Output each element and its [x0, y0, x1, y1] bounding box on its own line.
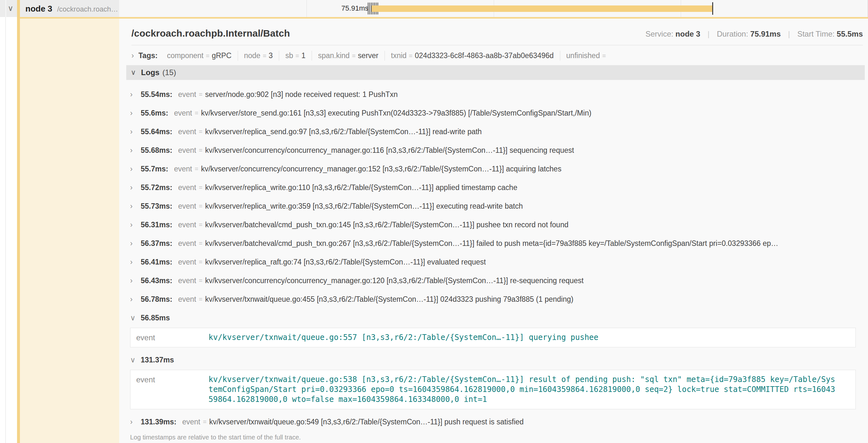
log-detail-box: event kv/kvserver/txnwait/queue.go:557 [… — [130, 328, 856, 347]
tag-item: txnid=024d3323-6c8f-4863-aa8b-37ab0e6349… — [385, 51, 560, 61]
chevron-right-icon[interactable]: › — [130, 239, 136, 248]
span-detail-panel: /cockroach.roachpb.Internal/Batch Servic… — [119, 19, 868, 443]
chevron-right-icon[interactable]: › — [130, 418, 136, 426]
chevron-right-icon[interactable]: › — [130, 146, 136, 155]
chevron-right-icon[interactable]: › — [130, 165, 136, 173]
chevron-down-icon[interactable]: ∨ — [130, 356, 136, 364]
log-field-value: kv/kvserver/txnwait/queue.go:538 [n3,s3,… — [209, 375, 836, 405]
tag-item: node=3 — [238, 51, 279, 61]
chevron-right-icon[interactable]: › — [131, 51, 134, 60]
log-entry[interactable]: › 55.64ms: event=kv/kvserver/replica_sen… — [130, 122, 865, 141]
span-duration-label: 75.91ms — [298, 4, 369, 12]
span-stats: Service: node 3 | Duration: 75.91ms | St… — [645, 30, 863, 38]
span-bar-row[interactable]: ∨ node 3 /cockroach.roach… 75.91ms — [0, 0, 868, 17]
tag-item: span.kind=server — [312, 51, 385, 61]
log-entry[interactable]: › 131.39ms: event=kv/kvserver/txnwait/qu… — [130, 412, 865, 431]
chevron-down-icon[interactable]: ∨ — [131, 68, 136, 77]
service-color-bar — [17, 0, 20, 443]
logs-footnote: Log timestamps are relative to the start… — [130, 434, 865, 441]
gutter-divider — [5, 0, 6, 17]
logs-count: (15) — [162, 68, 176, 77]
tags-label: Tags: — [138, 52, 158, 60]
chevron-right-icon[interactable]: › — [130, 258, 136, 267]
tag-item: component=gRPC — [161, 51, 238, 61]
gutter-line — [5, 17, 6, 443]
tag-item: sb=1 — [279, 51, 312, 61]
service-name: node 3 — [25, 4, 52, 14]
log-entry[interactable]: › 56.78ms: event=kv/kvserver/txnwait/que… — [130, 290, 865, 308]
duration-stat: Duration: 75.91ms — [717, 30, 781, 38]
chevron-right-icon[interactable]: › — [130, 109, 136, 117]
selected-span-name-column — [17, 17, 119, 443]
service-stat: Service: node 3 — [645, 30, 700, 38]
chevron-right-icon[interactable]: › — [130, 183, 136, 192]
log-entry-expanded[interactable]: ∨ 56.85ms — [130, 308, 865, 327]
log-entry[interactable]: › 56.43ms: event=kv/kvserver/concurrency… — [130, 271, 865, 290]
log-entry[interactable]: › 56.41ms: event=kv/kvserver/replica_raf… — [130, 253, 865, 271]
logs-title: Logs — [141, 68, 159, 77]
log-entry-expanded[interactable]: ∨ 131.37ms — [130, 350, 865, 369]
log-entry[interactable]: › 55.68ms: event=kv/kvserver/concurrency… — [130, 141, 865, 160]
chevron-right-icon[interactable]: › — [130, 220, 136, 229]
log-entry[interactable]: › 55.7ms: event=kv/kvserver/concurrency/… — [130, 160, 865, 178]
tag-item: unfinished= — [560, 51, 615, 61]
chevron-down-icon[interactable]: ∨ — [130, 314, 136, 322]
stat-separator: | — [708, 30, 710, 38]
log-entry[interactable]: › 55.72ms: event=kv/kvserver/replica_wri… — [130, 178, 865, 197]
log-entry[interactable]: › 55.73ms: event=kv/kvserver/replica_wri… — [130, 197, 865, 215]
log-entry[interactable]: › 55.6ms: event=kv/kvserver/store_send.g… — [130, 104, 865, 122]
span-bar[interactable] — [372, 5, 713, 12]
chevron-right-icon[interactable]: › — [130, 295, 136, 304]
log-detail-box: event kv/kvserver/txnwait/queue.go:538 [… — [130, 370, 856, 409]
logs-header[interactable]: ∨ Logs (15) — [126, 65, 865, 80]
log-entry[interactable]: › 56.37ms: event=kv/kvserver/batcheval/c… — [130, 234, 865, 253]
start-time-stat: Start Time: 55.5ms — [797, 30, 863, 38]
chevron-right-icon[interactable]: › — [130, 90, 136, 99]
log-rows: › 55.54ms: event=server/node.go:902 [n3]… — [126, 80, 865, 431]
tags-section[interactable]: › Tags: component=gRPC node=3 sb=1 span.… — [131, 50, 865, 61]
log-field-key: event — [136, 375, 209, 405]
trace-span-detail-view: ∨ node 3 /cockroach.roach… 75.91ms /cock… — [0, 0, 868, 443]
log-field-key: event — [136, 333, 209, 343]
log-entry[interactable]: › 56.31ms: event=kv/kvserver/batcheval/c… — [130, 215, 865, 234]
span-collapse-chevron-icon[interactable]: ∨ — [8, 4, 13, 12]
span-timeline-cell[interactable]: 75.91ms — [119, 0, 868, 17]
log-entry[interactable]: › 55.54ms: event=server/node.go:902 [n3]… — [130, 85, 865, 104]
operation-name-truncated: /cockroach.roach… — [57, 5, 118, 13]
logs-section: ∨ Logs (15) › 55.54ms: event=server/node… — [126, 65, 865, 443]
log-field-value: kv/kvserver/txnwait/queue.go:557 [n3,s3,… — [209, 333, 836, 343]
detail-header: /cockroach.roachpb.Internal/Batch Servic… — [131, 21, 863, 45]
chevron-right-icon[interactable]: › — [130, 276, 136, 285]
log-end-marker — [712, 2, 713, 15]
chevron-right-icon[interactable]: › — [130, 128, 136, 136]
operation-title: /cockroach.roachpb.Internal/Batch — [131, 28, 290, 39]
stat-separator: | — [788, 30, 790, 38]
chevron-right-icon[interactable]: › — [130, 202, 136, 211]
